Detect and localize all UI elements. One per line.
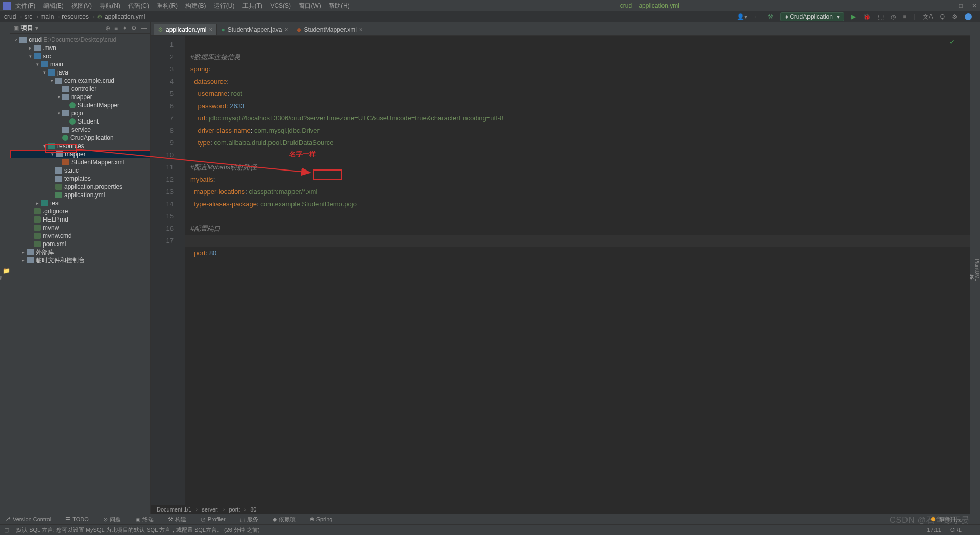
tree-item[interactable]: Student — [10, 117, 150, 126]
status-message: 默认 SQL 方言: 您可以设置 MySQL 为此项目的默认 SQL 方言，或配… — [16, 526, 260, 534]
tree-item[interactable]: mvnw — [10, 224, 150, 232]
translate-icon[interactable]: 文A — [923, 13, 933, 21]
run-config-selector[interactable]: ♦ CrudApplication ▾ — [780, 12, 845, 21]
close-icon[interactable]: × — [209, 26, 212, 33]
tree-root[interactable]: vcrud E:\Documets\Desktop\crud — [10, 36, 150, 44]
fold-column[interactable] — [179, 36, 185, 505]
tree-tool-icon[interactable]: ≡ — [114, 25, 118, 32]
search-icon[interactable]: Q — [940, 13, 945, 20]
tree-item[interactable]: ▸test — [10, 199, 150, 207]
breadcrumb-item[interactable]: main — [40, 13, 54, 20]
menu-tools[interactable]: 工具(T) — [242, 2, 262, 9]
breadcrumb-item[interactable]: resources — [62, 13, 89, 20]
editor-breadcrumb: Document 1/1 server: port: 80 — [151, 505, 970, 514]
tab-application-yml[interactable]: ⚙application.yml× — [154, 24, 217, 35]
tool-project[interactable]: 📁 — [3, 27, 10, 514]
breadcrumb-item[interactable]: application.yml — [105, 13, 145, 20]
tree-tool-icon[interactable]: ✦ — [122, 25, 127, 32]
tree-item[interactable]: StudentMapper — [10, 101, 150, 109]
tree-item[interactable]: CrudApplication — [10, 134, 150, 142]
tree-item[interactable]: ▾java — [10, 68, 150, 77]
tree-item[interactable]: mvnw.cmd — [10, 232, 150, 240]
debug-icon[interactable]: 🐞 — [863, 13, 871, 20]
menu-view[interactable]: 视图(V) — [71, 2, 92, 9]
breadcrumb-item[interactable]: crud — [4, 13, 16, 20]
menu-window[interactable]: 窗口(W) — [299, 2, 321, 9]
tool-plantuml[interactable]: PlantUML — [974, 27, 980, 514]
tool-terminal[interactable]: ▣ 终端 — [135, 516, 161, 523]
tree-item[interactable]: ▾src — [10, 52, 150, 60]
menu-code[interactable]: 代码(C) — [128, 2, 149, 9]
close-icon[interactable]: × — [284, 26, 288, 33]
tree-item[interactable]: service — [10, 126, 150, 134]
tree-item[interactable]: application.yml — [10, 191, 150, 199]
profile-icon[interactable]: ◷ — [891, 13, 896, 20]
close-icon[interactable]: ✕ — [972, 2, 977, 9]
tree-item[interactable]: application.properties — [10, 183, 150, 191]
tree-item[interactable]: controller — [10, 85, 150, 93]
code-line: username: root — [190, 90, 242, 98]
run-icon[interactable]: ▶ — [851, 13, 856, 20]
tree-item[interactable]: templates — [10, 175, 150, 183]
watermark: CSDN @石鱼彭于晏 — [890, 515, 970, 526]
tree-item[interactable]: pom.xml — [10, 240, 150, 248]
close-icon[interactable]: × — [359, 26, 363, 33]
project-tree[interactable]: vcrud E:\Documets\Desktop\crud▸.mvn▾src▾… — [10, 34, 150, 266]
tool-spring[interactable]: ❀ Spring — [310, 516, 340, 523]
tool-todo[interactable]: ☰ TODO — [65, 516, 96, 523]
tab-studentmapper-xml[interactable]: ◆StudentMapper.xml× — [292, 24, 367, 35]
tab-studentmapper-java[interactable]: ●StudentMapper.java× — [217, 24, 292, 35]
nav-bar: crud› src› main› resources› ⚙ applicatio… — [0, 11, 980, 22]
tool-deps[interactable]: ◆ 依赖项 — [273, 516, 303, 523]
menu-refactor[interactable]: 重构(R) — [157, 2, 178, 9]
breadcrumb-item[interactable]: src — [24, 13, 32, 20]
maximize-icon[interactable]: □ — [959, 2, 963, 9]
hide-panel-icon[interactable]: ▢ — [4, 527, 9, 533]
tree-item[interactable]: HELP.md — [10, 215, 150, 224]
code-content[interactable]: #数据库连接信息 spring: datasource: username: r… — [185, 36, 970, 505]
code-line: spring: — [190, 65, 210, 73]
avatar-icon[interactable] — [965, 13, 972, 20]
user-icon[interactable]: 👤▾ — [737, 13, 747, 20]
tree-item[interactable]: ▸外部库 — [10, 248, 150, 256]
tool-profiler[interactable]: ◷ Profiler — [201, 516, 233, 523]
menu-help[interactable]: 帮助(H) — [329, 2, 350, 9]
menu-edit[interactable]: 编辑(E) — [43, 2, 64, 9]
tree-item[interactable]: ▾mapper — [10, 93, 150, 101]
tree-item[interactable]: StudentMapper.xml — [10, 158, 150, 166]
tree-item[interactable]: ▾resources — [10, 142, 150, 150]
tree-item[interactable]: .gitignore — [10, 207, 150, 215]
code-line — [190, 212, 192, 220]
tool-services[interactable]: ⬚ 服务 — [240, 516, 265, 523]
tree-tool-icon[interactable]: ⊕ — [105, 25, 110, 32]
tree-item[interactable]: ▸临时文件和控制台 — [10, 256, 150, 264]
tree-item[interactable]: ▾main — [10, 60, 150, 68]
editor[interactable]: 1234567891011121314151617 #数据库连接信息 sprin… — [151, 36, 970, 505]
tree-item[interactable]: ▸.mvn — [10, 44, 150, 52]
menu-vcs[interactable]: VCS(S) — [270, 2, 291, 9]
menu-build[interactable]: 构建(B) — [185, 2, 206, 9]
tree-item[interactable]: ▾com.example.crud — [10, 77, 150, 85]
tree-item[interactable]: ▾pojo — [10, 109, 150, 117]
minimize-icon[interactable]: — — [944, 2, 950, 9]
tool-version-control[interactable]: ⎇ Version Control — [4, 516, 58, 523]
main-menu: 文件(F) 编辑(E) 视图(V) 导航(N) 代码(C) 重构(R) 构建(B… — [15, 2, 356, 10]
tool-build[interactable]: ⚒ 构建 — [168, 516, 193, 523]
left-tool-strip: 📁 结构 Bookmarks — [0, 22, 10, 514]
tree-item[interactable]: static — [10, 166, 150, 175]
tree-item[interactable]: ▾mapper — [10, 150, 150, 158]
back-icon[interactable]: ← — [754, 13, 761, 20]
settings-icon[interactable]: ⚙ — [952, 13, 958, 20]
code-line: #配置Mybatis映射路径 — [190, 163, 257, 171]
tree-tool-icon[interactable]: ⚙ — [131, 25, 137, 32]
tool-problems[interactable]: ⊘ 问题 — [103, 516, 128, 523]
menu-nav[interactable]: 导航(N) — [100, 2, 120, 9]
hammer-icon[interactable]: ⚒ — [768, 13, 773, 20]
status-bar: ⎇ Version Control ☰ TODO ⊘ 问题 ▣ 终端 ⚒ 构建 … — [0, 514, 980, 535]
code-line: type: com.alibaba.druid.pool.DruidDataSo… — [190, 139, 333, 147]
stop-icon[interactable]: ■ — [903, 13, 906, 20]
menu-file[interactable]: 文件(F) — [15, 2, 35, 9]
collapse-icon[interactable]: — — [141, 25, 147, 32]
coverage-icon[interactable]: ⬚ — [878, 13, 884, 20]
menu-run[interactable]: 运行(U) — [214, 2, 235, 9]
